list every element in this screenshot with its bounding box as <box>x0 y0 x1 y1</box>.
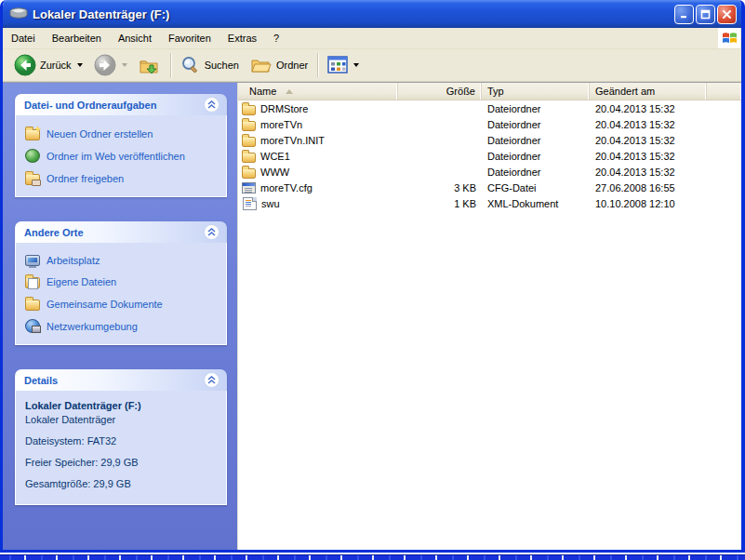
explorer-window: Lokaler Datenträger (F:) DateiBearbeiten… <box>0 0 745 553</box>
folders-icon <box>250 56 273 74</box>
column-header-name[interactable]: Name <box>238 83 398 100</box>
file-row[interactable]: WCE1 Dateiordner 20.04.2013 15:32 <box>238 148 741 164</box>
up-folder-icon <box>139 55 161 75</box>
panel-other-places: Andere Orte Arbeitsplatz Eigene Dateien … <box>15 221 227 345</box>
sidebar-link[interactable]: Netzwerkumgebung <box>25 319 220 333</box>
menu-items: DateiBearbeitenAnsichtFavoritenExtras? <box>3 30 287 47</box>
total-size: Gesamtgröße: 29,9 GB <box>25 477 219 491</box>
shared-documents-icon <box>25 300 40 311</box>
menu-item[interactable]: Extras <box>220 30 265 47</box>
folder-icon <box>242 137 256 147</box>
collapse-chevron-icon[interactable] <box>204 224 220 240</box>
back-label: Zurück <box>40 60 72 71</box>
panel-title: Andere Orte <box>24 227 84 238</box>
views-button[interactable] <box>322 51 365 79</box>
forward-dropdown-icon[interactable] <box>122 63 127 67</box>
menu-item[interactable]: Bearbeiten <box>44 30 110 47</box>
file-row[interactable]: WWW Dateiordner 20.04.2013 15:32 <box>238 164 741 180</box>
file-list: Name Größe Typ Geändert am <box>237 83 741 550</box>
toolbar: Zurück <box>3 49 741 82</box>
folder-icon <box>242 105 256 115</box>
desktop-screen: Lokaler Datenträger (F:) DateiBearbeiten… <box>0 0 745 560</box>
taskbar-sliver <box>0 554 745 560</box>
folders-button[interactable]: Ordner <box>245 51 313 79</box>
panel-title: Datei- und Ordneraufgaben <box>24 100 156 111</box>
file-row[interactable]: moreTV.cfg 3 KB CFG-Datei 27.06.2008 16:… <box>238 180 741 195</box>
content-area: Datei- und Ordneraufgaben Neuen Ordner e… <box>3 82 741 550</box>
back-dropdown-icon[interactable] <box>77 63 83 67</box>
publish-web-icon <box>25 149 40 163</box>
sidebar-link[interactable]: Ordner freigeben <box>25 171 220 185</box>
toolbar-separator <box>170 53 171 77</box>
panel-details-header[interactable]: Details <box>15 369 227 391</box>
menu-item[interactable]: Ansicht <box>110 30 160 47</box>
column-header-type[interactable]: Typ <box>482 83 590 100</box>
maximize-button[interactable] <box>696 5 715 24</box>
column-header-modified[interactable]: Geändert am <box>590 83 707 100</box>
network-icon <box>25 319 40 333</box>
forward-icon <box>94 54 116 76</box>
file-rows: DRMStore Dateiordner 20.04.2013 15:32 mo… <box>238 100 741 550</box>
forward-button[interactable] <box>88 51 133 79</box>
column-header-size[interactable]: Größe <box>398 83 482 100</box>
volume-name: Lokaler Datenträger (F:) <box>25 400 219 411</box>
folders-label: Ordner <box>276 60 308 71</box>
cfg-icon <box>242 182 256 193</box>
back-icon <box>14 54 36 76</box>
free-space: Freier Speicher: 29,9 GB <box>25 456 219 470</box>
panel-details: Details Lokaler Datenträger (F:) Lokaler… <box>15 369 227 505</box>
list-header: Name Größe Typ Geändert am <box>238 83 741 100</box>
folder-icon <box>242 168 256 179</box>
views-dropdown-icon[interactable] <box>353 63 359 67</box>
folder-icon <box>242 121 256 131</box>
task-pane: Datei- und Ordneraufgaben Neuen Ordner e… <box>3 83 237 550</box>
windows-logo <box>718 28 740 48</box>
menu-item[interactable]: Favoriten <box>160 30 220 47</box>
titlebar: Lokaler Datenträger (F:) <box>3 0 741 28</box>
views-icon <box>327 56 348 74</box>
sidebar-link[interactable]: Neuen Ordner erstellen <box>25 127 220 140</box>
file-row[interactable]: DRMStore Dateiordner 20.04.2013 15:32 <box>238 100 741 116</box>
sidebar-link[interactable]: Eigene Dateien <box>25 274 220 288</box>
menu-item[interactable]: Datei <box>3 30 44 47</box>
search-label: Suchen <box>205 60 239 71</box>
window-title: Lokaler Datenträger (F:) <box>33 7 674 21</box>
sidebar-link[interactable]: Arbeitsplatz <box>25 254 220 266</box>
folder-icon <box>242 153 256 163</box>
file-row[interactable]: swu 1 KB XML-Dokument 10.10.2008 12:10 <box>238 195 741 211</box>
back-button[interactable]: Zurück <box>8 51 88 79</box>
column-header-filler <box>707 83 741 100</box>
my-computer-icon <box>25 255 40 266</box>
panel-file-tasks-header[interactable]: Datei- und Ordneraufgaben <box>15 94 227 115</box>
drive-icon <box>8 6 29 22</box>
file-row[interactable]: moreTVn Dateiordner 20.04.2013 15:32 <box>238 116 741 132</box>
sidebar-link[interactable]: Ordner im Web veröffentlichen <box>25 149 220 163</box>
search-icon <box>180 55 201 75</box>
minimize-button[interactable] <box>674 5 694 24</box>
toolbar-separator <box>317 53 318 77</box>
panel-title: Details <box>24 375 58 386</box>
panel-other-places-header[interactable]: Andere Orte <box>15 221 227 243</box>
panel-file-tasks: Datei- und Ordneraufgaben Neuen Ordner e… <box>15 94 227 197</box>
xml-icon <box>243 197 257 210</box>
volume-type: Lokaler Datenträger <box>25 413 219 427</box>
up-button[interactable] <box>133 51 166 79</box>
collapse-chevron-icon[interactable] <box>204 97 220 113</box>
search-button[interactable]: Suchen <box>175 51 245 79</box>
sort-ascending-icon <box>286 89 293 94</box>
new-folder-icon <box>25 129 40 140</box>
my-documents-icon <box>25 277 40 288</box>
collapse-chevron-icon[interactable] <box>204 372 220 388</box>
menu-item[interactable]: ? <box>265 30 287 47</box>
file-row[interactable]: moreTVn.INIT Dateiordner 20.04.2013 15:3… <box>238 132 741 148</box>
sidebar-link[interactable]: Gemeinsame Dokumente <box>25 297 220 311</box>
filesystem: Dateisystem: FAT32 <box>25 434 219 448</box>
share-folder-icon <box>25 174 40 185</box>
menubar: DateiBearbeitenAnsichtFavoritenExtras? <box>3 28 741 49</box>
close-button[interactable] <box>717 5 737 24</box>
